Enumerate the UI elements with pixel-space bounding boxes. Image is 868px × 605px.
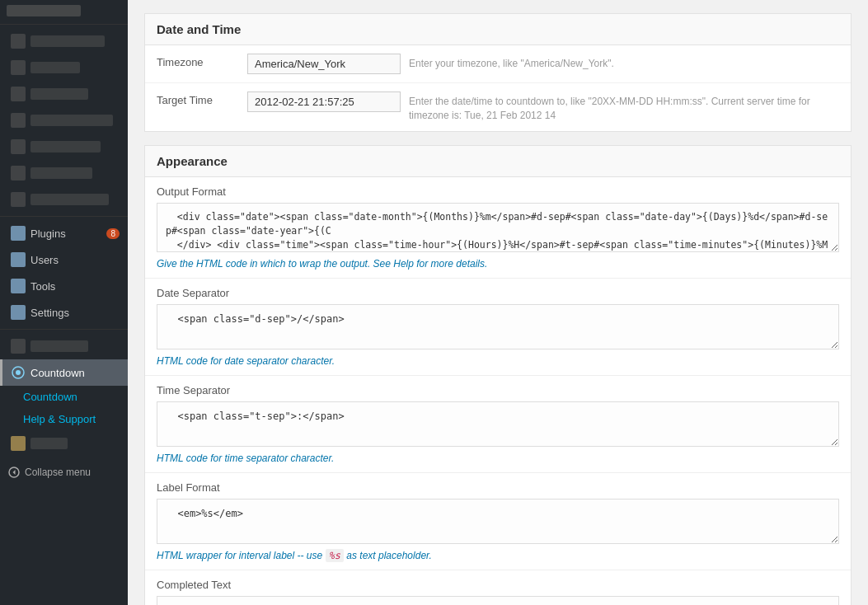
- target-time-row: Target Time Enter the date/time to count…: [145, 83, 851, 131]
- label-blurred-3b: [30, 438, 68, 449]
- label-format-code: %s: [326, 549, 344, 562]
- sidebar-item-users[interactable]: Users: [0, 246, 128, 273]
- label-format-hint-pre: HTML wrapper for interval label -- use: [157, 550, 326, 561]
- sidebar-item-blurred3[interactable]: [0, 430, 128, 457]
- date-sep-label: Date Separator: [157, 287, 839, 299]
- sidebar-item-2[interactable]: [0, 54, 128, 81]
- sidebar-header: [0, 0, 128, 25]
- date-sep-section: Date Separator HTML code for date separa…: [145, 279, 851, 376]
- date-sep-hint: HTML code for date separator character.: [157, 355, 839, 367]
- divider-1: [0, 216, 128, 217]
- output-format-hint: Give the HTML code in which to wrap the …: [157, 258, 839, 270]
- appearance-body: Output Format <div class="date"><span cl…: [145, 177, 851, 605]
- target-time-label: Target Time: [157, 91, 239, 106]
- sidebar-item-1[interactable]: [0, 28, 128, 54]
- appearance-section: Appearance Output Format <div class="dat…: [144, 145, 852, 605]
- tools-icon: [11, 279, 26, 293]
- label-format-textarea[interactable]: [157, 499, 839, 544]
- folder-icon: [11, 436, 26, 451]
- sidebar-item-tools[interactable]: Tools: [0, 273, 128, 299]
- time-sep-textarea[interactable]: [157, 401, 839, 447]
- label-blurred-5: [30, 141, 101, 152]
- timezone-label: Timezone: [157, 54, 239, 68]
- timezone-hint: Enter your timezone, like "America/New_Y…: [409, 54, 839, 71]
- plugins-label: Plugins: [30, 227, 66, 240]
- completed-text-section: Completed Text What to display when coun…: [145, 570, 851, 605]
- users-icon: [11, 252, 26, 267]
- plugins-badge: 8: [106, 228, 120, 239]
- icon-6: [11, 166, 26, 181]
- appearance-title: Appearance: [145, 146, 851, 177]
- icon-5: [11, 139, 26, 154]
- countdown-label: Countdown: [30, 367, 85, 379]
- sidebar-item-countdown[interactable]: Countdown: [0, 359, 128, 386]
- sidebar: Plugins 8 Users Tools Settings Countdown…: [0, 0, 128, 605]
- collapse-label: Collapse menu: [25, 467, 91, 478]
- date-time-title: Date and Time: [145, 14, 851, 45]
- sidebar-sub-countdown[interactable]: Countdown: [0, 386, 128, 408]
- completed-text-label: Completed Text: [157, 579, 839, 591]
- label-format-label: Label Format: [157, 481, 839, 494]
- plugins-icon: [11, 226, 26, 241]
- label-format-section: Label Format HTML wrapper for interval l…: [145, 473, 851, 570]
- main-content: Date and Time Timezone Enter your timezo…: [128, 0, 868, 605]
- sidebar-item-plugins[interactable]: Plugins 8: [0, 220, 128, 246]
- svg-point-1: [16, 370, 21, 375]
- icon-blurred2: [11, 339, 26, 354]
- date-sep-textarea[interactable]: [157, 304, 839, 349]
- sidebar-item-blurred2[interactable]: [0, 333, 128, 359]
- time-sep-hint: HTML code for time separator character.: [157, 453, 839, 464]
- label-blurred-7: [30, 194, 109, 205]
- sidebar-sub-help[interactable]: Help & Support: [0, 408, 128, 430]
- sidebar-item-3[interactable]: [0, 81, 128, 107]
- timezone-input[interactable]: [247, 54, 401, 74]
- label-blurred-6: [30, 167, 92, 179]
- sidebar-item-5[interactable]: [0, 134, 128, 160]
- countdown-icon: [11, 365, 26, 380]
- timezone-row: Timezone Enter your timezone, like "Amer…: [145, 45, 851, 83]
- content-wrap: Date and Time Timezone Enter your timezo…: [128, 0, 868, 605]
- settings-icon: [11, 305, 26, 320]
- divider-2: [0, 329, 128, 330]
- label-format-hint-post: as text placeholder.: [344, 550, 432, 561]
- site-title-blurred: [7, 5, 81, 16]
- users-label: Users: [30, 254, 59, 266]
- label-blurred-2: [30, 62, 80, 73]
- settings-label: Settings: [30, 307, 69, 319]
- svg-marker-3: [13, 470, 16, 475]
- time-sep-label: Time Separator: [157, 384, 839, 396]
- icon-3: [11, 87, 26, 101]
- label-blurred-3: [30, 88, 88, 100]
- date-time-section: Date and Time Timezone Enter your timezo…: [144, 13, 852, 132]
- icon-1: [11, 34, 26, 49]
- collapse-menu[interactable]: Collapse menu: [0, 460, 128, 485]
- completed-text-textarea[interactable]: [157, 596, 839, 605]
- label-format-hint: HTML wrapper for interval label -- use %…: [157, 550, 839, 561]
- output-format-label: Output Format: [157, 185, 839, 198]
- target-time-hint: Enter the date/time to countdown to, lik…: [409, 91, 839, 123]
- label-blurred-1: [30, 35, 105, 47]
- sidebar-nav-top: Plugins 8 Users Tools Settings Countdown…: [0, 25, 128, 460]
- icon-7: [11, 192, 26, 207]
- output-format-textarea[interactable]: <div class="date"><span class="date-mont…: [157, 203, 839, 252]
- label-blurred-4: [30, 115, 113, 126]
- sidebar-item-7[interactable]: [0, 186, 128, 213]
- icon-2: [11, 60, 26, 75]
- target-time-input[interactable]: [247, 91, 401, 112]
- date-time-body: Timezone Enter your timezone, like "Amer…: [145, 45, 851, 131]
- time-sep-section: Time Separator HTML code for time separa…: [145, 376, 851, 473]
- sidebar-item-4[interactable]: [0, 107, 128, 134]
- sidebar-item-6[interactable]: [0, 160, 128, 186]
- collapse-icon: [8, 467, 20, 478]
- sidebar-item-settings[interactable]: Settings: [0, 299, 128, 326]
- tools-label: Tools: [30, 280, 55, 293]
- icon-4: [11, 113, 26, 128]
- label-blurred-2b: [30, 340, 88, 352]
- output-format-section: Output Format <div class="date"><span cl…: [145, 177, 851, 279]
